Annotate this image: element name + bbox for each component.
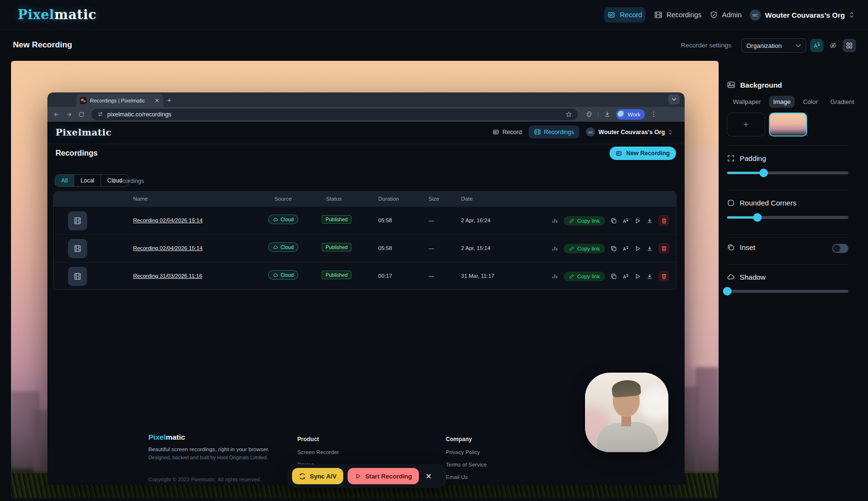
filter-all[interactable]: All xyxy=(55,175,74,186)
table-row: Recording 02/04/2026 15:14 Cloud Publish… xyxy=(54,206,676,234)
translate-icon-button[interactable] xyxy=(622,273,629,280)
close-controls-button[interactable]: ✕ xyxy=(425,472,431,481)
layout-grid-button[interactable] xyxy=(843,39,856,52)
nav-recordings[interactable]: Recordings xyxy=(654,7,701,23)
inset-toggle[interactable] xyxy=(832,244,848,253)
divider xyxy=(727,145,848,146)
recording-thumbnail[interactable] xyxy=(68,211,87,230)
date-cell: 31 Mar, 11:17 xyxy=(461,273,494,279)
site-logo[interactable]: Pixelmatic xyxy=(56,127,112,137)
shadow-slider[interactable] xyxy=(727,290,848,293)
download-icon-button[interactable] xyxy=(646,273,653,280)
nav-admin[interactable]: Admin xyxy=(710,7,742,23)
translate-icon-button[interactable] xyxy=(622,245,629,252)
tab-title: Recordings | Pixelmatic xyxy=(90,98,145,103)
nav-record[interactable]: Record xyxy=(604,7,645,23)
webcam-preview[interactable] xyxy=(585,373,668,452)
download-icon-button[interactable] xyxy=(646,217,653,224)
site-nav-recordings-label: Recordings xyxy=(544,129,574,136)
add-image-button[interactable]: + xyxy=(727,113,765,137)
logo-part2: matic xyxy=(55,7,97,22)
recording-name-link[interactable]: Recording 02/04/2026 15:14 xyxy=(133,245,203,251)
padding-slider[interactable] xyxy=(727,171,848,174)
nav-recordings-label: Recordings xyxy=(666,11,701,19)
source-label: Cloud xyxy=(281,216,293,222)
footer-link-email[interactable]: Email Us xyxy=(446,474,468,480)
translate-icon-button[interactable] xyxy=(622,217,629,224)
start-recording-button[interactable]: Start Recording xyxy=(348,468,419,484)
play-icon-button[interactable] xyxy=(634,273,641,280)
browser-profile-chip[interactable]: Work xyxy=(616,109,645,120)
site-org-avatar: wc xyxy=(586,127,595,137)
hide-preview-button[interactable] xyxy=(826,39,840,52)
extensions-icon[interactable] xyxy=(586,111,593,118)
back-icon[interactable] xyxy=(53,111,60,118)
duplicate-icon-button[interactable] xyxy=(610,273,617,280)
site-nav-record[interactable]: Record xyxy=(493,128,522,136)
footer-link-screen-recorder[interactable]: Screen Recorder xyxy=(297,449,339,455)
filter-local[interactable]: Local xyxy=(74,175,101,186)
recording-thumbnail[interactable] xyxy=(68,239,87,258)
browser-menu-icon[interactable] xyxy=(650,111,657,118)
delete-icon-button[interactable] xyxy=(658,243,669,254)
app-logo[interactable]: Pixelmatic xyxy=(18,7,96,22)
recording-name-link[interactable]: Recording 02/04/2026 15:14 xyxy=(133,217,203,223)
tab-image[interactable]: Image xyxy=(769,96,795,108)
bookmark-star-icon[interactable] xyxy=(565,111,572,118)
row-actions: Copy link xyxy=(552,215,669,226)
size-cell: — xyxy=(428,245,434,251)
recorder-settings-link[interactable]: Recorder settings xyxy=(681,42,732,49)
rounded-corners-text: Rounded Corners xyxy=(740,199,796,207)
source-label: Cloud xyxy=(281,244,293,250)
copy-link-button[interactable]: Copy link xyxy=(564,244,605,253)
window-collapse-button[interactable] xyxy=(668,94,680,104)
footer-link-terms[interactable]: Terms of Service xyxy=(446,462,487,467)
start-recording-label: Start Recording xyxy=(365,473,412,480)
footer-product-title: Product xyxy=(297,436,319,443)
site-org-switcher[interactable]: wc Wouter Couvaras's Org xyxy=(586,127,672,137)
scope-select[interactable]: Organization xyxy=(741,38,806,53)
padding-slider-knob[interactable] xyxy=(759,169,768,177)
reload-icon[interactable] xyxy=(78,111,85,118)
org-switcher[interactable]: wc Wouter Couvaras's Org xyxy=(750,7,854,23)
background-tabs: Wallpaper Image Color Gradient xyxy=(729,96,858,108)
stats-icon-button[interactable] xyxy=(552,217,558,224)
link-icon xyxy=(569,273,575,279)
stats-icon-button[interactable] xyxy=(552,273,558,280)
rounded-corners-slider-knob[interactable] xyxy=(753,213,762,222)
translate-button[interactable] xyxy=(810,39,823,52)
background-image-thumb-selected[interactable] xyxy=(769,113,807,137)
stats-icon-button[interactable] xyxy=(552,245,558,252)
play-icon-button[interactable] xyxy=(634,245,641,252)
shadow-slider-knob[interactable] xyxy=(723,287,732,296)
divider xyxy=(727,190,848,190)
forward-icon[interactable] xyxy=(66,111,72,118)
tab-color[interactable]: Color xyxy=(799,96,822,108)
delete-icon-button[interactable] xyxy=(658,271,669,282)
downloads-icon[interactable] xyxy=(604,111,611,118)
date-cell: 2 Apr, 16:24 xyxy=(461,217,490,223)
rounded-corners-slider[interactable] xyxy=(727,216,848,219)
divider xyxy=(598,111,598,118)
duplicate-icon-button[interactable] xyxy=(610,217,617,224)
tab-close-icon[interactable]: ✕ xyxy=(155,97,159,104)
site-nav-recordings[interactable]: Recordings xyxy=(529,125,579,138)
browser-tab[interactable]: Recordings | Pixelmatic ✕ xyxy=(76,94,163,107)
delete-icon-button[interactable] xyxy=(658,215,669,226)
duration-cell: 05:58 xyxy=(378,217,392,223)
new-recording-button[interactable]: New Recording xyxy=(609,147,676,160)
tab-wallpaper[interactable]: Wallpaper xyxy=(729,96,765,108)
recording-name-link[interactable]: Recording 31/03/2026 11:16 xyxy=(133,273,202,279)
footer-link-privacy[interactable]: Privacy Policy xyxy=(446,449,480,455)
play-icon-button[interactable] xyxy=(634,217,641,224)
tab-gradient[interactable]: Gradient xyxy=(826,96,858,108)
logo-part1: Pixel xyxy=(18,7,55,22)
recording-thumbnail[interactable] xyxy=(68,267,87,286)
duplicate-icon-button[interactable] xyxy=(610,245,617,252)
copy-link-button[interactable]: Copy link xyxy=(564,216,605,226)
sync-av-button[interactable]: Sync A/V xyxy=(292,468,343,484)
address-bar[interactable]: pixelmatic.co/recordings xyxy=(91,109,578,120)
copy-link-button[interactable]: Copy link xyxy=(564,272,605,281)
download-icon-button[interactable] xyxy=(646,245,653,252)
new-tab-button[interactable]: + xyxy=(167,96,171,104)
